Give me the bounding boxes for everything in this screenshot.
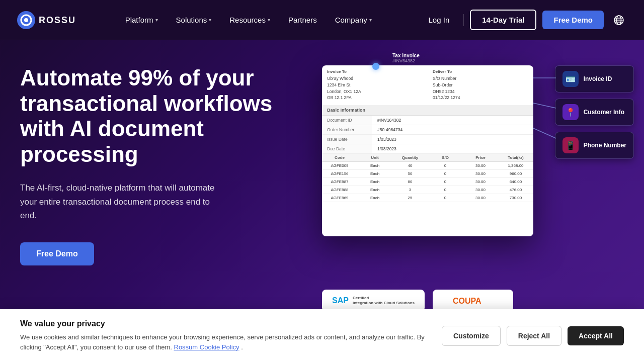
hero-image-area: Tax Invoice #INV64382 Invoice To Ubray W… [282, 50, 634, 302]
nav-company[interactable]: Company ▾ [328, 12, 379, 28]
navbar: ROSSUM Platform ▾ Solutions ▾ Resources … [0, 0, 644, 40]
partner-logos: SAP CertifiedIntegration with Cloud Solu… [322, 290, 513, 312]
floating-label-invoice-id: 🪪 Invoice ID [555, 65, 634, 93]
language-button[interactable] [610, 11, 628, 29]
doc-label-issuedate: Issue Date [322, 135, 372, 144]
svg-text:ROSSUM: ROSSUM [39, 15, 76, 25]
nav-solutions[interactable]: Solutions ▾ [169, 12, 219, 28]
logo[interactable]: ROSSUM [16, 10, 76, 30]
doc-value-duedate: 1/03/2023 [372, 144, 533, 153]
reject-all-button[interactable]: Reject All [507, 326, 561, 346]
svg-text:COUPA: COUPA [453, 297, 481, 305]
nav-actions: Log In 14-Day Trial Free Demo [421, 10, 628, 30]
document-panel: Invoice To Ubray Whood1234 Elm StLondon,… [322, 65, 533, 236]
deliver-to-text: S/O NumberSub-OrderOH52 123401/12/22 127… [433, 75, 528, 101]
table-row: AGFE987Each80030.00640.00 [322, 178, 533, 186]
accept-all-button[interactable]: Accept All [568, 326, 624, 345]
nav-resources[interactable]: Resources ▾ [222, 12, 277, 28]
tax-invoice-number: #INV64382 [392, 58, 420, 63]
chevron-down-icon: ▾ [369, 17, 372, 23]
doc-value-issuedate: 1/03/2023 [372, 135, 533, 144]
hero-heading: Automate 99% of your transactional workf… [20, 65, 312, 167]
doc-field-duedate: Due Date 1/03/2023 [322, 144, 533, 154]
floating-label-phone-number: 📱 Phone Number [555, 132, 634, 159]
sap-logo-text: SAP [332, 296, 349, 305]
customer-info-icon: 📍 [562, 104, 579, 120]
svg-line-10 [533, 103, 556, 108]
table-row: AGFE156Each50030.00960.00 [322, 170, 533, 178]
customer-info-text: Customer Info [584, 109, 624, 116]
invoice-to-name: Ubray Whood1234 Elm StLondon, OX1 12AGB … [327, 75, 423, 101]
deliver-to-col: Deliver To S/O NumberSub-OrderOH52 12340… [433, 69, 528, 101]
trial-button[interactable]: 14-Day Trial [470, 10, 536, 30]
nav-partners[interactable]: Partners [281, 12, 324, 28]
chevron-down-icon: ▾ [155, 17, 158, 23]
table-row: AGFE988Each3030.00476.00 [322, 186, 533, 194]
chevron-down-icon: ▾ [209, 17, 211, 23]
doc-value-docid: #INV164382 [372, 116, 533, 125]
invoice-to-col: Invoice To Ubray Whood1234 Elm StLondon,… [327, 69, 423, 101]
table-row: AGFE009Each40030.001,368.00 [322, 162, 533, 170]
divider [463, 14, 464, 26]
phone-number-text: Phone Number [584, 142, 626, 149]
cookie-actions: Customize Reject All Accept All [442, 326, 624, 346]
doc-label-duedate: Due Date [322, 144, 372, 153]
nav-links: Platform ▾ Solutions ▾ Resources ▾ Partn… [118, 12, 379, 28]
invoice-to-label: Invoice To [327, 69, 423, 74]
doc-section-basic: Basic Information [322, 105, 533, 116]
doc-invoice-header: Invoice To Ubray Whood1234 Elm StLondon,… [322, 65, 533, 105]
invoice-id-text: Invoice ID [584, 75, 612, 82]
deliver-to-label: Deliver To [433, 69, 528, 74]
hero-section: Automate 99% of your transactional workf… [0, 0, 644, 362]
customize-button[interactable]: Customize [442, 326, 501, 346]
login-button[interactable]: Log In [421, 12, 458, 28]
table-row: AGFE969Each25030.00730.00 [322, 194, 533, 202]
floating-label-customer-info: 📍 Customer Info [555, 99, 634, 126]
cookie-body: We use cookies and similar techniques to… [20, 332, 433, 352]
nav-platform[interactable]: Platform ▾ [118, 12, 165, 28]
doc-field-ordernum: Order Number #50-4984734 [322, 125, 533, 135]
tax-invoice-header: Tax Invoice #INV64382 [392, 53, 420, 63]
doc-label-ordernum: Order Number [322, 125, 372, 134]
cookie-banner: We value your privacy We use cookies and… [0, 309, 644, 362]
cookie-policy-link[interactable]: Rossum Cookie Policy [174, 343, 239, 351]
tax-invoice-label: Tax Invoice [392, 53, 420, 58]
coupa-logo-svg: COUPA [453, 295, 493, 307]
phone-number-icon: 📱 [562, 137, 579, 153]
doc-label-docid: Document ID [322, 116, 372, 125]
doc-table-header: Code Unit Quantity S/O Price Total(kr) [322, 154, 533, 162]
cookie-period: . [241, 343, 243, 351]
invoice-id-icon: 🪪 [562, 71, 579, 87]
demo-hero-button[interactable]: Free Demo [20, 242, 94, 265]
hero-subtext: The AI-first, cloud-native platform that… [20, 181, 216, 222]
coupa-logo-badge: COUPA [433, 290, 513, 312]
svg-line-11 [533, 128, 556, 138]
hero-content: Automate 99% of your transactional workf… [20, 65, 312, 265]
doc-field-docid: Document ID #INV164382 [322, 116, 533, 125]
sap-logo-badge: SAP CertifiedIntegration with Cloud Solu… [322, 290, 425, 312]
doc-value-ordernum: #50-4984734 [372, 125, 533, 134]
chevron-down-icon: ▾ [268, 17, 270, 23]
doc-field-issuedate: Issue Date 1/03/2023 [322, 135, 533, 144]
floating-labels: 🪪 Invoice ID 📍 Customer Info 📱 Phone Num… [555, 65, 634, 159]
svg-point-2 [24, 18, 28, 22]
cookie-text-area: We value your privacy We use cookies and… [20, 319, 433, 352]
cookie-title: We value your privacy [20, 319, 433, 328]
blue-indicator-dot [372, 63, 379, 70]
sap-certified-text: CertifiedIntegration with Cloud Solution… [353, 296, 415, 305]
demo-nav-button[interactable]: Free Demo [542, 11, 604, 29]
